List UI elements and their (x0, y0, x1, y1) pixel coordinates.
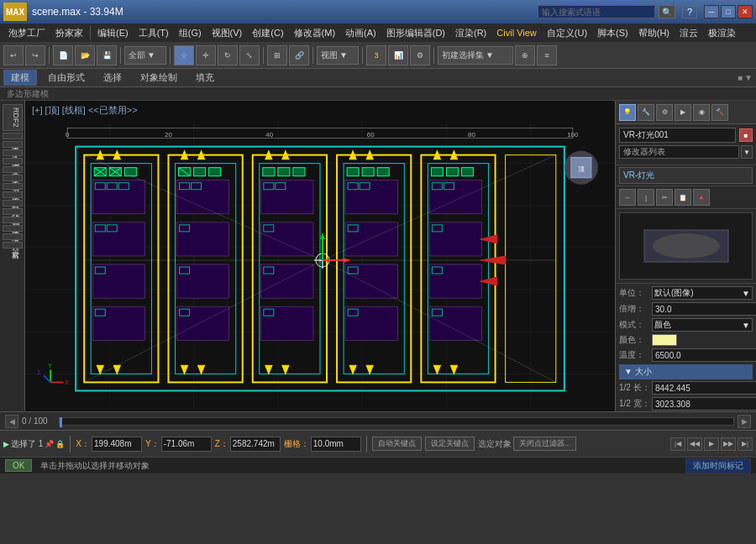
menu-civil-view[interactable]: Civil View (491, 26, 541, 39)
tb-render-num[interactable]: 3 (366, 45, 386, 65)
search-input[interactable] (538, 5, 655, 18)
sidebar-camera[interactable]: 相机 (3, 208, 23, 215)
sub-tab-populate[interactable]: 填充 (188, 70, 222, 86)
tb-link[interactable]: 🔗 (289, 45, 309, 65)
grid-input[interactable] (311, 437, 361, 452)
sub-tab-freeform[interactable]: 自由形式 (40, 70, 92, 86)
menu-graph-editor[interactable]: 图形编辑器(D) (381, 25, 450, 41)
panel-icon-motion[interactable]: ▶ (675, 104, 691, 121)
viewport[interactable]: [+] [顶] [线框] <<已禁用>> (25, 101, 615, 411)
tb-open[interactable]: 📂 (75, 45, 95, 65)
tb-filter-dropdown[interactable]: 全部 ▼ (124, 46, 166, 65)
play-start-btn[interactable]: |◀ (670, 437, 685, 451)
sub-icon-4[interactable]: 📋 (675, 189, 691, 206)
tb-redo[interactable]: ↪ (25, 45, 45, 65)
tb-move[interactable]: ✛ (196, 45, 216, 65)
sidebar-modify[interactable]: 修改 (3, 217, 23, 223)
size-header[interactable]: ▼ 大小 (619, 364, 753, 379)
menu-animation[interactable]: 动画(A) (340, 25, 381, 41)
panel-icon-hierarchy[interactable]: ⚙ (656, 104, 673, 121)
color-swatch[interactable] (652, 334, 677, 346)
help-button[interactable]: ? (682, 5, 697, 18)
sidebar-material[interactable]: 材质 (3, 191, 23, 198)
timeline-back-btn[interactable]: ◀ (5, 415, 18, 428)
menu-edit[interactable]: 编辑(E) (92, 25, 134, 41)
tb-scale[interactable]: ⤡ (239, 45, 260, 65)
menu-item-file[interactable]: 泡梦工厂 (3, 25, 50, 41)
menu-help[interactable]: 帮助(H) (633, 25, 675, 41)
menu-cloud[interactable]: 渲云 (675, 25, 703, 41)
object-name-field[interactable]: VR-灯光001 (619, 128, 736, 143)
set-key-btn[interactable]: 设定关键点 (425, 437, 475, 451)
menu-extreme-render[interactable]: 极渲染 (703, 25, 741, 41)
sub-icon-2[interactable]: | (638, 189, 654, 206)
prev-frame-btn[interactable]: ◀◀ (687, 437, 702, 451)
tb-save[interactable]: 💾 (97, 45, 117, 65)
half-width-field[interactable] (652, 397, 756, 411)
sidebar-display[interactable]: 显示 (3, 158, 23, 165)
unit-dropdown[interactable]: 默认(图像) ▼ (652, 286, 753, 300)
sub-tab-selection[interactable]: 选择 (96, 70, 129, 86)
next-frame-btn[interactable]: ▶▶ (721, 437, 736, 451)
tb-render-icon[interactable]: 📊 (388, 45, 408, 65)
tb-undo[interactable]: ↩ (3, 45, 24, 65)
temp-field[interactable] (652, 348, 756, 362)
modifier-list-dropdown[interactable]: 修改器列表 (619, 145, 739, 159)
timeline-thumb[interactable] (60, 417, 62, 427)
menu-create[interactable]: 创建(C) (247, 25, 288, 41)
sidebar-other[interactable]: 其它 (3, 233, 23, 240)
mode-dropdown[interactable]: 颜色 ▼ (652, 318, 753, 332)
half-length-field[interactable] (652, 381, 756, 395)
panel-icon-utility[interactable]: 🔨 (711, 104, 728, 121)
multiplier-field[interactable] (652, 302, 756, 316)
x-input[interactable] (92, 437, 142, 452)
sidebar-file[interactable]: 文件 (3, 141, 23, 148)
search-button[interactable]: 🔍 (659, 5, 675, 18)
panel-icon-modifier[interactable]: 🔧 (638, 104, 654, 121)
menu-script[interactable]: 脚本(S) (592, 25, 633, 41)
tb-snap[interactable]: ⊞ (267, 45, 287, 65)
sub-tab-modeling[interactable]: 建模 (3, 70, 37, 86)
play-end-btn[interactable]: ▶| (738, 437, 753, 451)
tb-select[interactable]: ☆ (174, 45, 194, 65)
modifier-stack-item[interactable]: VR-灯光 (619, 167, 753, 184)
tb-display[interactable]: ⊕ (515, 45, 535, 65)
sub-icon-3[interactable]: ✂ (656, 189, 673, 206)
sidebar-transform[interactable]: 变换 (3, 166, 23, 173)
ok-button[interactable]: OK (5, 459, 32, 472)
close-button[interactable]: ✕ (738, 5, 753, 18)
sidebar-animation[interactable]: 动画 (3, 175, 23, 181)
maximize-button[interactable]: □ (721, 5, 736, 18)
tb-extra1[interactable]: ≡ (537, 45, 557, 65)
tb-new[interactable]: 📄 (53, 45, 73, 65)
menu-modifier[interactable]: 修改器(M) (289, 25, 341, 41)
object-color-btn[interactable]: ■ (739, 128, 753, 142)
sidebar-rdf[interactable]: RDF2 (3, 104, 23, 131)
close-filter-btn[interactable]: 关闭点过滤器... (513, 437, 577, 451)
play-btn[interactable]: ▶ (704, 437, 719, 451)
sub-tab-paint[interactable]: 对象绘制 (133, 70, 185, 86)
minimize-button[interactable]: ─ (704, 5, 719, 18)
menu-group[interactable]: 组(G) (174, 25, 207, 41)
menu-item-home[interactable]: 扮家家 (50, 25, 88, 41)
sub-icon-5[interactable]: 🔺 (693, 189, 710, 206)
z-input[interactable] (230, 437, 281, 452)
y-input[interactable] (161, 437, 212, 452)
sidebar-edit[interactable]: 编辑 (3, 149, 23, 156)
modifier-list-arrow[interactable]: ▼ (741, 145, 753, 159)
sidebar-light[interactable]: 灯光 (3, 200, 23, 207)
sidebar-render[interactable]: 渲染 (3, 133, 23, 139)
menu-render[interactable]: 渲染(R) (450, 25, 491, 41)
sidebar-model[interactable]: 模型 (3, 183, 23, 190)
auto-key-btn[interactable]: 自动关键点 (372, 437, 422, 451)
tb-render-settings[interactable]: ⚙ (410, 45, 430, 65)
sub-icon-1[interactable]: ↔ (619, 189, 636, 206)
menu-customize[interactable]: 自定义(U) (542, 25, 592, 41)
panel-icon-display[interactable]: ◉ (693, 104, 710, 121)
add-tag-btn[interactable]: 添加时间标记 (685, 458, 751, 473)
timeline-fwd-btn[interactable]: ▶ (738, 415, 751, 428)
panel-icon-light[interactable]: 💡 (619, 104, 636, 121)
menu-view[interactable]: 视图(V) (207, 25, 248, 41)
tb-view-dropdown[interactable]: 视图 ▼ (317, 46, 359, 65)
menu-tools[interactable]: 工具(T) (134, 25, 174, 41)
